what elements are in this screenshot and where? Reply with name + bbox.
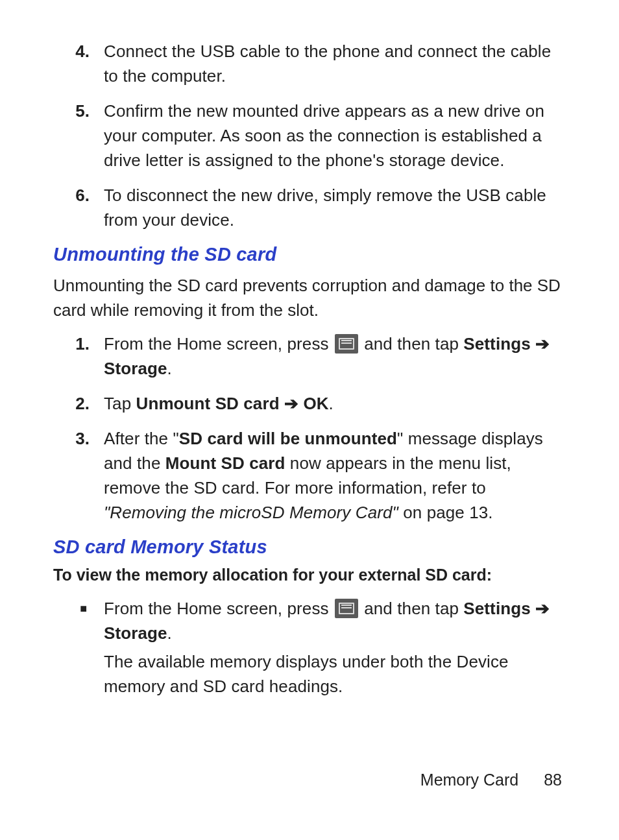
manual-page: 4. Connect the USB cable to the phone an… bbox=[0, 0, 619, 840]
menu-icon bbox=[335, 599, 358, 618]
text-run: Tap bbox=[104, 394, 136, 413]
step-text: From the Home screen, press and then tap… bbox=[104, 331, 566, 381]
text-run: After the " bbox=[104, 429, 179, 448]
text-run: The available memory displays under both… bbox=[104, 652, 509, 696]
step-number: 6. bbox=[66, 183, 104, 232]
unmount-step-2: 2. Tap Unmount SD card ➔ OK. bbox=[66, 391, 566, 416]
unmount-steps-list: 1. From the Home screen, press and then … bbox=[66, 331, 566, 525]
page-footer: Memory Card 88 bbox=[420, 771, 562, 789]
unmount-label: Unmount SD card bbox=[136, 394, 280, 413]
text-run: . bbox=[167, 359, 172, 378]
arrow-icon: ➔ bbox=[535, 599, 550, 618]
memory-status-list: ■ From the Home screen, press and then t… bbox=[66, 596, 566, 699]
unmount-step-1: 1. From the Home screen, press and then … bbox=[66, 331, 566, 381]
step-4: 4. Connect the USB cable to the phone an… bbox=[66, 39, 566, 88]
unmount-step-3: 3. After the "SD card will be unmounted"… bbox=[66, 426, 566, 525]
step-number: 1. bbox=[66, 331, 104, 381]
cross-reference: "Removing the microSD Memory Card" bbox=[104, 503, 398, 522]
step-number: 4. bbox=[66, 39, 104, 88]
arrow-icon: ➔ bbox=[284, 394, 303, 413]
step-text: Connect the USB cable to the phone and c… bbox=[104, 39, 566, 88]
text-run: . bbox=[329, 394, 334, 413]
footer-page-number: 88 bbox=[544, 771, 562, 789]
step-6: 6. To disconnect the new drive, simply r… bbox=[66, 183, 566, 232]
continued-steps-list: 4. Connect the USB cable to the phone an… bbox=[66, 39, 566, 232]
settings-label: Settings bbox=[463, 334, 530, 354]
text-run: . bbox=[167, 623, 172, 643]
arrow-icon: ➔ bbox=[535, 334, 550, 354]
step-number: 5. bbox=[66, 99, 104, 173]
step-text: Confirm the new mounted drive appears as… bbox=[104, 99, 566, 173]
intro-paragraph: Unmounting the SD card prevents corrupti… bbox=[53, 273, 566, 322]
text-run: and then tap bbox=[364, 334, 463, 354]
heading-unmounting: Unmounting the SD card bbox=[53, 244, 566, 265]
step-text: After the "SD card will be unmounted" me… bbox=[104, 426, 566, 525]
menu-icon bbox=[335, 334, 358, 354]
storage-label: Storage bbox=[104, 623, 167, 643]
text-run: From the Home screen, press bbox=[104, 334, 334, 354]
step-text: Tap Unmount SD card ➔ OK. bbox=[104, 391, 566, 416]
storage-label: Storage bbox=[104, 359, 167, 378]
square-bullet-icon: ■ bbox=[66, 596, 104, 699]
step-5: 5. Confirm the new mounted drive appears… bbox=[66, 99, 566, 173]
message-label: SD card will be unmounted bbox=[179, 429, 397, 448]
step-text: To disconnect the new drive, simply remo… bbox=[104, 183, 566, 232]
mount-label: Mount SD card bbox=[165, 453, 285, 473]
settings-label: Settings bbox=[463, 599, 530, 618]
bullet-step: ■ From the Home screen, press and then t… bbox=[66, 596, 566, 699]
text-run: on page 13. bbox=[398, 503, 493, 522]
bullet-text: From the Home screen, press and then tap… bbox=[104, 596, 566, 699]
text-run: From the Home screen, press bbox=[104, 599, 334, 618]
text-run: and then tap bbox=[364, 599, 463, 618]
footer-section: Memory Card bbox=[420, 771, 518, 789]
step-number: 3. bbox=[66, 426, 104, 525]
step-number: 2. bbox=[66, 391, 104, 416]
lead-line: To view the memory allocation for your e… bbox=[53, 566, 566, 584]
ok-label: OK bbox=[303, 394, 328, 413]
heading-memory-status: SD card Memory Status bbox=[53, 536, 566, 558]
